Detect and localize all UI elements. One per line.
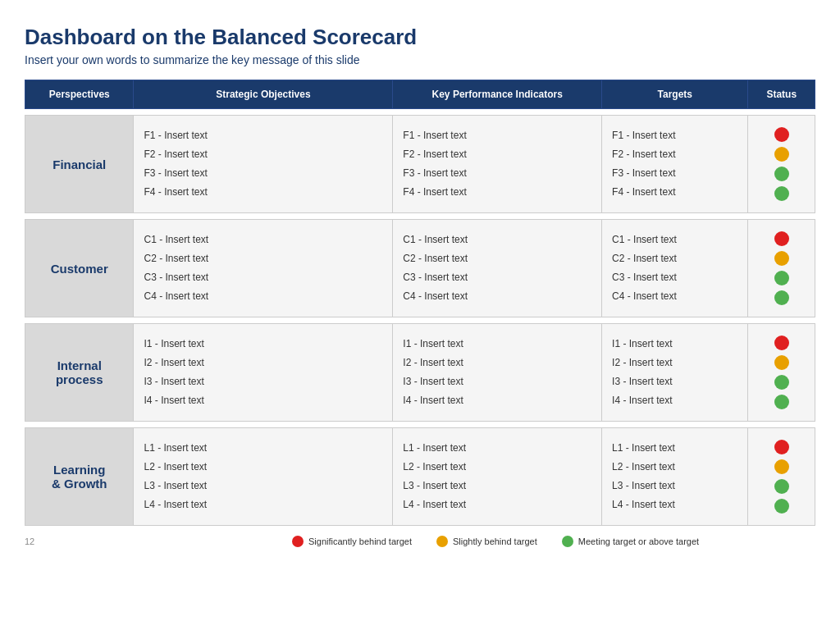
footer: 12 Significantly behind targetSlightly b…: [25, 536, 815, 547]
perspective-1: Customer: [25, 220, 134, 317]
header-status: Status: [748, 80, 815, 109]
legend-dot-green: [562, 536, 573, 547]
objectives-0: F1 - Insert textF2 - Insert textF3 - Ins…: [134, 116, 393, 213]
targets-2: I1 - Insert textI2 - Insert textI3 - Ins…: [602, 324, 748, 422]
status-dot-green: [774, 290, 789, 305]
page-number: 12: [25, 536, 34, 546]
header-perspectives: Perspectives: [25, 80, 134, 109]
status-dot-red: [774, 127, 789, 142]
status-0: [748, 116, 815, 213]
status-dot-red: [774, 336, 789, 350]
table-row: FinancialF1 - Insert textF2 - Insert tex…: [25, 116, 815, 213]
status-1: [748, 220, 815, 317]
kpis-2: I1 - Insert textI2 - Insert textI3 - Ins…: [393, 324, 602, 422]
legend-label-red: Significantly behind target: [308, 536, 412, 546]
kpis-3: L1 - Insert textL2 - Insert textL3 - Ins…: [393, 428, 602, 526]
status-3: [748, 428, 815, 526]
status-dot-green: [774, 499, 789, 514]
legend-yellow: Slightly behind target: [436, 536, 537, 547]
page-title: Dashboard on the Balanced Scorecard: [25, 25, 815, 50]
status-dot-yellow: [774, 251, 789, 266]
status-dot-green: [774, 375, 789, 390]
legend-red: Significantly behind target: [292, 536, 412, 547]
table-row: Internal processI1 - Insert textI2 - Ins…: [25, 324, 815, 422]
status-2: [748, 324, 815, 422]
objectives-1: C1 - Insert textC2 - Insert textC3 - Ins…: [134, 220, 393, 317]
legend-green: Meeting target or above target: [562, 536, 699, 547]
status-dot-green: [774, 271, 789, 285]
legend-dot-red: [292, 536, 304, 547]
status-dot-red: [774, 440, 789, 454]
status-dot-green: [774, 479, 789, 494]
kpis-0: F1 - Insert textF2 - Insert textF3 - Ins…: [393, 116, 602, 213]
objectives-3: L1 - Insert textL2 - Insert textL3 - Ins…: [134, 428, 393, 526]
table-row: Learning & GrowthL1 - Insert textL2 - In…: [25, 428, 815, 526]
targets-3: L1 - Insert textL2 - Insert textL3 - Ins…: [602, 428, 748, 526]
header-strategic-objectives: Strategic Objectives: [134, 80, 393, 109]
page-subtitle: Insert your own words to summarize the k…: [25, 53, 815, 66]
header-targets: Targets: [602, 80, 748, 109]
perspective-3: Learning & Growth: [25, 428, 134, 526]
targets-1: C1 - Insert textC2 - Insert textC3 - Ins…: [602, 220, 748, 317]
status-dot-green: [774, 395, 789, 409]
status-dot-red: [774, 231, 789, 246]
legend-dot-yellow: [436, 536, 448, 547]
kpis-1: C1 - Insert textC2 - Insert textC3 - Ins…: [393, 220, 602, 317]
status-dot-yellow: [774, 355, 789, 370]
table-row: CustomerC1 - Insert textC2 - Insert text…: [25, 220, 815, 317]
perspective-2: Internal process: [25, 324, 134, 422]
status-dot-yellow: [774, 459, 789, 474]
legend-label-green: Meeting target or above target: [578, 536, 699, 546]
status-dot-yellow: [774, 147, 789, 162]
perspective-0: Financial: [25, 116, 134, 213]
scorecard-table: PerspectivesStrategic ObjectivesKey Perf…: [25, 80, 815, 526]
status-dot-green: [774, 167, 789, 181]
status-dot-green: [774, 186, 789, 201]
objectives-2: I1 - Insert textI2 - Insert textI3 - Ins…: [134, 324, 393, 422]
targets-0: F1 - Insert textF2 - Insert textF3 - Ins…: [602, 116, 748, 213]
header-key-performance-indicators: Key Performance Indicators: [393, 80, 602, 109]
legend-label-yellow: Slightly behind target: [453, 536, 537, 546]
